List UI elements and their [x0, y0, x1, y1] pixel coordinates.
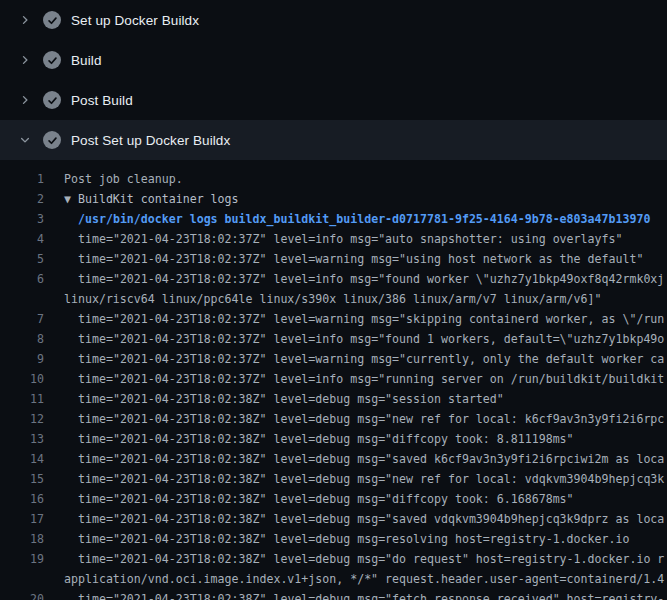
log-line: 1Post job cleanup.: [0, 169, 667, 189]
line-number[interactable]: 4: [0, 229, 44, 249]
log-text: time="2021-04-23T18:02:38Z" level=debug …: [78, 489, 574, 509]
check-circle-icon: [43, 11, 61, 29]
line-number[interactable]: 2: [0, 189, 44, 209]
line-number[interactable]: 11: [0, 389, 44, 409]
log-line: 16time="2021-04-23T18:02:38Z" level=debu…: [0, 489, 667, 509]
line-number[interactable]: 6: [0, 269, 44, 289]
log-line: 17time="2021-04-23T18:02:38Z" level=debu…: [0, 509, 667, 529]
line-number[interactable]: 18: [0, 529, 44, 549]
line-number[interactable]: 15: [0, 469, 44, 489]
log-text: time="2021-04-23T18:02:37Z" level=warnin…: [78, 309, 664, 329]
step-row-build[interactable]: Build: [0, 40, 667, 80]
log-text: time="2021-04-23T18:02:37Z" level=info m…: [78, 329, 664, 349]
log-text: Post job cleanup.: [64, 169, 183, 189]
log-line: 8time="2021-04-23T18:02:37Z" level=info …: [0, 329, 667, 349]
log-area: 1Post job cleanup.2▼ BuildKit container …: [0, 160, 667, 600]
step-label: Post Build: [71, 93, 133, 108]
steps-list: Set up Docker BuildxBuildPost BuildPost …: [0, 0, 667, 160]
log-text: time="2021-04-23T18:02:37Z" level=info m…: [78, 229, 622, 249]
step-label: Set up Docker Buildx: [71, 13, 199, 28]
line-number[interactable]: 5: [0, 249, 44, 269]
line-number[interactable]: 16: [0, 489, 44, 509]
line-number[interactable]: 13: [0, 429, 44, 449]
step-row-post-set-up-docker-buildx[interactable]: Post Set up Docker Buildx: [0, 120, 667, 160]
log-line: 5time="2021-04-23T18:02:37Z" level=warni…: [0, 249, 667, 269]
log-line: 18time="2021-04-23T18:02:38Z" level=debu…: [0, 529, 667, 549]
log-line-wrap: linux/riscv64 linux/ppc64le linux/s390x …: [0, 289, 667, 309]
log-line: 13time="2021-04-23T18:02:38Z" level=debu…: [0, 429, 667, 449]
log-line: 3/usr/bin/docker logs buildx_buildkit_bu…: [0, 209, 667, 229]
line-number[interactable]: 9: [0, 349, 44, 369]
log-text: time="2021-04-23T18:02:38Z" level=debug …: [78, 409, 664, 429]
log-text: application/vnd.oci.image.index.v1+json,…: [64, 569, 664, 589]
step-label: Build: [71, 53, 102, 68]
line-number[interactable]: 10: [0, 369, 44, 389]
log-text: time="2021-04-23T18:02:38Z" level=debug …: [78, 449, 664, 469]
step-row-post-build[interactable]: Post Build: [0, 80, 667, 120]
log-line: 9time="2021-04-23T18:02:37Z" level=warni…: [0, 349, 667, 369]
log-group-title[interactable]: BuildKit container logs: [78, 189, 239, 209]
line-number[interactable]: 7: [0, 309, 44, 329]
log-line-wrap: application/vnd.oci.image.index.v1+json,…: [0, 569, 667, 589]
log-line: 10time="2021-04-23T18:02:37Z" level=info…: [0, 369, 667, 389]
line-number[interactable]: 3: [0, 209, 44, 229]
log-line: 12time="2021-04-23T18:02:38Z" level=debu…: [0, 409, 667, 429]
log-line: 20time="2021-04-23T18:02:38Z" level=debu…: [0, 589, 667, 600]
log-line: 6time="2021-04-23T18:02:37Z" level=info …: [0, 269, 667, 289]
log-text: time="2021-04-23T18:02:37Z" level=info m…: [78, 269, 664, 289]
group-expander-triangle-down-icon[interactable]: ▼: [64, 189, 78, 209]
log-line: 14time="2021-04-23T18:02:38Z" level=debu…: [0, 449, 667, 469]
chevron-right-icon[interactable]: [17, 12, 33, 28]
log-text: time="2021-04-23T18:02:38Z" level=debug …: [78, 469, 664, 489]
log-line: 7time="2021-04-23T18:02:37Z" level=warni…: [0, 309, 667, 329]
log-text: time="2021-04-23T18:02:38Z" level=debug …: [78, 389, 504, 409]
chevron-down-icon[interactable]: [17, 132, 33, 148]
log-line: 15time="2021-04-23T18:02:38Z" level=debu…: [0, 469, 667, 489]
log-line: 2▼ BuildKit container logs: [0, 189, 667, 209]
chevron-right-icon[interactable]: [17, 92, 33, 108]
log-line: 19time="2021-04-23T18:02:38Z" level=debu…: [0, 549, 667, 569]
line-number[interactable]: 12: [0, 409, 44, 429]
log-line: 11time="2021-04-23T18:02:38Z" level=debu…: [0, 389, 667, 409]
log-text: time="2021-04-23T18:02:37Z" level=warnin…: [78, 349, 664, 369]
log-text: time="2021-04-23T18:02:38Z" level=debug …: [78, 429, 574, 449]
check-circle-icon: [43, 51, 61, 69]
line-number[interactable]: 20: [0, 589, 44, 600]
log-text: time="2021-04-23T18:02:38Z" level=debug …: [78, 509, 664, 529]
line-number[interactable]: 1: [0, 169, 44, 189]
log-command-text: /usr/bin/docker logs buildx_buildkit_bui…: [78, 209, 650, 229]
log-text: time="2021-04-23T18:02:38Z" level=debug …: [78, 549, 664, 569]
log-text: time="2021-04-23T18:02:38Z" level=debug …: [78, 589, 664, 600]
step-label: Post Set up Docker Buildx: [71, 133, 230, 148]
chevron-right-icon[interactable]: [17, 52, 33, 68]
log-line: 4time="2021-04-23T18:02:37Z" level=info …: [0, 229, 667, 249]
step-row-set-up-docker-buildx[interactable]: Set up Docker Buildx: [0, 0, 667, 40]
log-text: time="2021-04-23T18:02:37Z" level=warnin…: [78, 249, 643, 269]
log-text: linux/riscv64 linux/ppc64le linux/s390x …: [64, 289, 601, 309]
check-circle-icon: [43, 131, 61, 149]
line-number[interactable]: 19: [0, 549, 44, 569]
line-number[interactable]: 8: [0, 329, 44, 349]
line-number[interactable]: 14: [0, 449, 44, 469]
check-circle-icon: [43, 91, 61, 109]
line-number[interactable]: 17: [0, 509, 44, 529]
log-text: time="2021-04-23T18:02:38Z" level=debug …: [78, 529, 629, 549]
log-text: time="2021-04-23T18:02:37Z" level=info m…: [78, 369, 664, 389]
